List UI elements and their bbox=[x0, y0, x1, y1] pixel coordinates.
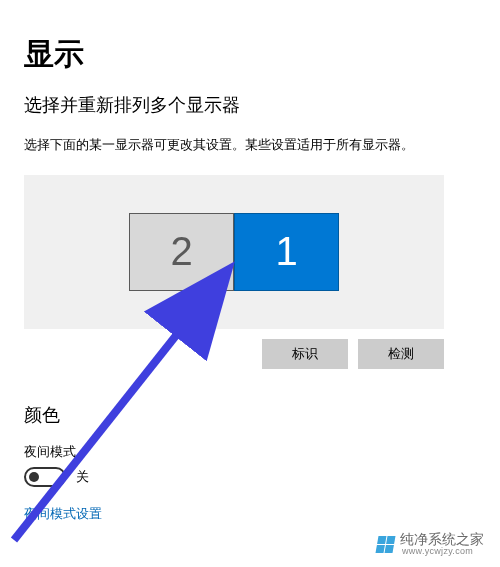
night-light-state: 关 bbox=[76, 468, 89, 486]
display-arrange-panel[interactable]: 2 1 bbox=[24, 175, 444, 329]
display-description: 选择下面的某一显示器可更改其设置。某些设置适用于所有显示器。 bbox=[24, 135, 476, 155]
detect-button[interactable]: 检测 bbox=[358, 339, 444, 369]
watermark-name: 纯净系统之家 bbox=[400, 532, 484, 547]
identify-button[interactable]: 标识 bbox=[262, 339, 348, 369]
night-light-label: 夜间模式 bbox=[24, 443, 476, 461]
display-buttons-row: 标识 检测 bbox=[24, 339, 444, 369]
page-title: 显示 bbox=[24, 34, 476, 75]
section-heading: 选择并重新排列多个显示器 bbox=[24, 93, 476, 117]
color-heading: 颜色 bbox=[24, 403, 476, 427]
watermark-url: www.ycwjzy.com bbox=[402, 547, 484, 557]
watermark: 纯净系统之家 www.ycwjzy.com bbox=[377, 532, 484, 557]
night-light-toggle[interactable] bbox=[24, 467, 66, 487]
toggle-thumb bbox=[29, 472, 39, 482]
watermark-logo-icon bbox=[376, 536, 396, 553]
monitor-tile-2[interactable]: 2 bbox=[129, 213, 234, 291]
night-light-settings-link[interactable]: 夜间模式设置 bbox=[24, 505, 102, 523]
monitor-tile-1[interactable]: 1 bbox=[234, 213, 339, 291]
